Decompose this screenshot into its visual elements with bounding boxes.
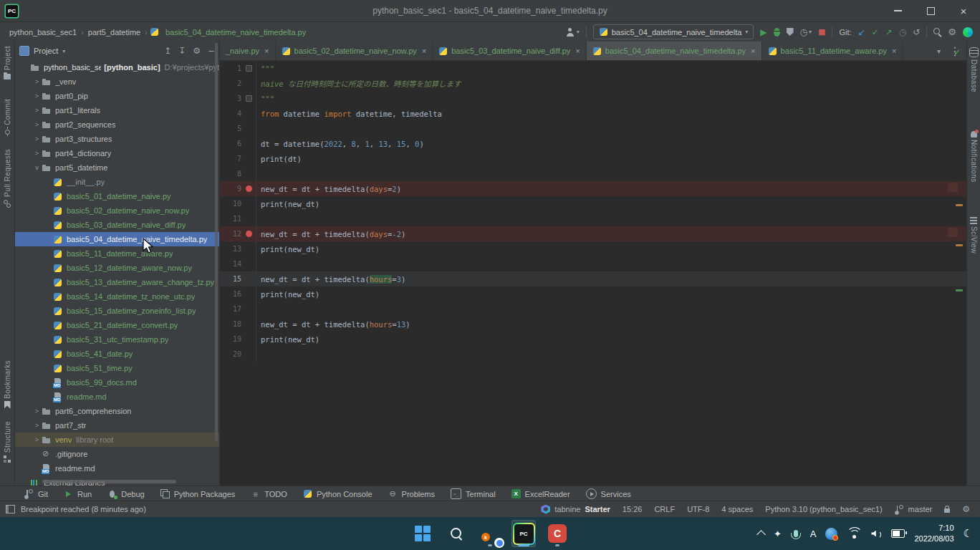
tool-stripe-commit[interactable]: Commit	[0, 99, 14, 136]
git-rollback-button[interactable]: ↺	[913, 27, 920, 37]
line-number[interactable]: 3	[220, 95, 241, 102]
breakpoint-icon[interactable]	[246, 185, 252, 192]
tray-overflow-chevron-icon[interactable]	[756, 530, 766, 539]
line-number[interactable]: 13	[220, 245, 241, 253]
volume-icon[interactable]	[871, 529, 882, 539]
tool-window-button[interactable]: ≡ TODO	[251, 489, 287, 498]
tool-stripe-pull-requests[interactable]: Pull Requests	[0, 149, 14, 208]
tabnine-status[interactable]: tabnine Starter	[541, 505, 610, 514]
git-commit-button[interactable]: ✓	[872, 27, 879, 37]
tree-item[interactable]: > venv library root	[15, 433, 219, 447]
breakpoint-stripe-mark[interactable]	[948, 228, 958, 237]
profiler-button[interactable]: ◷▾	[800, 27, 812, 37]
tree-item[interactable]: > part4_dictionary	[15, 146, 219, 160]
tree-item[interactable]: > part0_pip	[15, 89, 219, 103]
git-branch-indicator[interactable]: master	[895, 505, 933, 514]
battery-icon[interactable]	[891, 529, 905, 538]
editor-tab[interactable]: basic5_03_datetime_naive_diff.py ×	[433, 42, 587, 60]
tool-window-button[interactable]: Python Packages	[160, 489, 236, 498]
tree-item[interactable]: > _venv	[15, 74, 219, 89]
taskbar-search-button[interactable]	[444, 520, 469, 547]
project-vertical-scrollbar[interactable]	[215, 43, 218, 441]
tree-item[interactable]: basic5_03_datetime_naive_diff.py	[15, 218, 219, 232]
ime-indicator[interactable]: A	[810, 529, 817, 539]
breadcrumb-current-file[interactable]: basic5_04_datetime_naive_timedelta.py	[150, 27, 306, 37]
tool-stripe-database[interactable]: Database	[967, 47, 980, 92]
dropbox-icon[interactable]: ✦	[774, 529, 782, 539]
line-number[interactable]: 5	[220, 125, 241, 132]
tree-item[interactable]: readme.md	[15, 461, 219, 476]
search-everywhere-button[interactable]	[933, 28, 941, 36]
tool-window-button[interactable]: Services	[586, 488, 631, 499]
tree-item[interactable]: basic5_14_datetime_tz_none_utc.py	[15, 289, 219, 304]
tree-item[interactable]: basic5_31_utc_timestamp.py	[15, 332, 219, 347]
start-button[interactable]	[410, 520, 435, 547]
tree-item[interactable]: basic5_15_datetime_zoneinfo_list.py	[15, 304, 219, 318]
inspection-ok-icon[interactable]: ✓	[953, 47, 961, 57]
close-tab-icon[interactable]: ×	[264, 47, 269, 55]
taskbar-clock[interactable]: 7:10 2022/08/03	[914, 523, 953, 544]
hide-panel-button[interactable]: −	[208, 46, 215, 56]
tree-item[interactable]: > part3_structures	[15, 132, 219, 146]
interpreter-indicator[interactable]: Python 3.10 (python_basic_sec1)	[765, 505, 882, 513]
tool-window-button[interactable]: Terminal	[451, 488, 496, 499]
microphone-icon[interactable]	[794, 530, 798, 537]
wifi-icon[interactable]	[852, 535, 856, 539]
tree-item[interactable]: basic5_13_datetime_aware_change_tz.py	[15, 275, 219, 289]
line-number[interactable]: 8	[220, 170, 241, 178]
tree-item[interactable]: > part6_comprehension	[15, 404, 219, 418]
tab-overflow-icon[interactable]: ▾	[937, 47, 941, 55]
tree-item[interactable]: basic5_21_datetime_convert.py	[15, 318, 219, 332]
tree-item[interactable]: basic5_12_datetime_aware_now.py	[15, 261, 219, 275]
project-panel-title[interactable]: Project	[34, 47, 58, 55]
tree-item[interactable]: basic5_02_datetime_naive_now.py	[15, 203, 219, 218]
line-number[interactable]: 2	[220, 79, 241, 87]
line-number[interactable]: 11	[220, 215, 241, 223]
tree-item[interactable]: > part2_sequences	[15, 117, 219, 132]
fold-marker-icon[interactable]	[246, 95, 252, 102]
line-number[interactable]: 15	[220, 275, 241, 283]
close-tab-icon[interactable]: ×	[892, 47, 896, 55]
tree-item[interactable]: __init__.py	[15, 175, 219, 189]
run-configuration-select[interactable]: basic5_04_datetime_naive_timedelta ▾	[593, 24, 754, 39]
minimize-button[interactable]	[881, 0, 914, 21]
stripe-mark[interactable]	[956, 289, 963, 291]
line-number[interactable]: 4	[220, 110, 241, 117]
tree-chevron-icon[interactable]: >	[32, 107, 42, 114]
tree-chevron-icon[interactable]: >	[32, 422, 42, 429]
tool-window-button[interactable]: Git	[24, 489, 48, 498]
tree-chevron-icon[interactable]: >	[32, 92, 42, 100]
coverage-button[interactable]	[787, 28, 794, 36]
project-view-dropdown-icon[interactable]: ▾	[62, 48, 65, 54]
line-number[interactable]: 1	[220, 64, 241, 72]
app-sphere-icon[interactable]	[825, 528, 837, 540]
editor-tab[interactable]: basic5_04_datetime_naive_timedelta.py ×	[587, 42, 762, 60]
line-ending-indicator[interactable]: CRLF	[654, 505, 675, 513]
stop-button[interactable]: ■	[818, 27, 825, 37]
close-tab-icon[interactable]: ×	[751, 47, 755, 55]
project-horizontal-scrollbar[interactable]	[42, 480, 176, 483]
tree-chevron-icon[interactable]: >	[32, 135, 42, 143]
tree-item[interactable]: readme.md	[15, 390, 219, 404]
tree-item[interactable]: > part7_str	[15, 418, 219, 433]
tool-stripe-sciview[interactable]: SciView	[967, 217, 980, 254]
panel-settings-button[interactable]: ⚙	[193, 46, 201, 56]
line-number[interactable]: 6	[220, 140, 241, 148]
editor-tab[interactable]: _naive.py ×	[220, 42, 276, 60]
tool-stripe-bookmarks[interactable]: Bookmarks	[0, 360, 14, 409]
tool-stripe-project[interactable]: Project	[0, 46, 14, 81]
line-number[interactable]: 17	[220, 305, 241, 313]
line-number[interactable]: 20	[220, 350, 241, 358]
git-update-button[interactable]: ↙	[858, 27, 865, 37]
tool-stripe-notifications[interactable]: Notifications	[967, 131, 980, 183]
tree-chevron-icon[interactable]: >	[32, 121, 42, 128]
tree-item[interactable]: basic5_01_datetime_naive.py	[15, 189, 219, 203]
tree-item[interactable]: .gitignore	[15, 447, 219, 461]
status-message[interactable]: Breakpoint reached (8 minutes ago)	[21, 505, 146, 513]
collapse-all-button[interactable]: ↧	[178, 46, 186, 56]
tool-window-button[interactable]: Debug	[107, 489, 144, 498]
tree-chevron-icon[interactable]: >	[32, 407, 42, 415]
breakpoint-icon[interactable]	[246, 231, 252, 237]
debug-button[interactable]	[774, 28, 780, 37]
expand-all-button[interactable]: ↥	[164, 46, 171, 56]
